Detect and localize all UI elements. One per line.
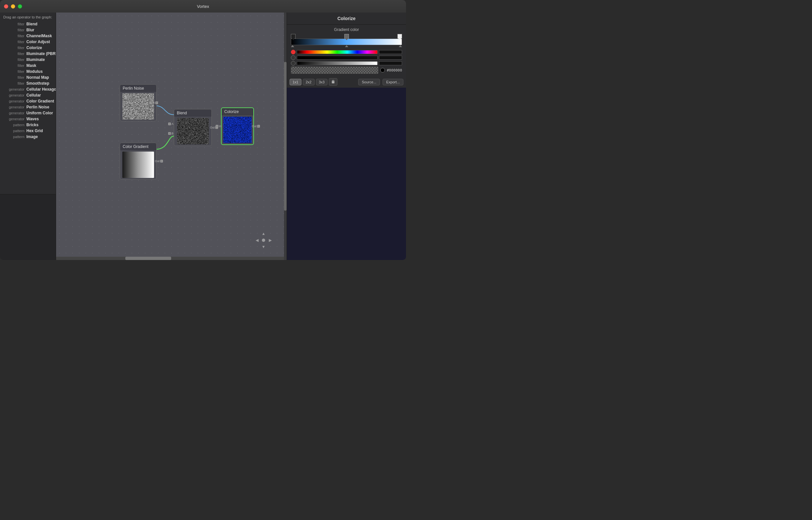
sidebar-item-coloradjust[interactable]: filter Color Adjust: [0, 39, 56, 45]
lock-button[interactable]: [329, 78, 337, 86]
hex-value[interactable]: #000000: [387, 68, 402, 73]
sidebar-category: filter: [5, 81, 24, 85]
svg-rect-0: [332, 81, 335, 83]
sidebar-label: Modulus: [26, 69, 43, 74]
sidebar-item-perlin-noise[interactable]: generator Perlin Noise: [0, 104, 56, 110]
sidebar-label: Cellular: [26, 93, 41, 98]
sidebar-hint: Drag an operator to the graph:: [0, 12, 56, 21]
sidebar-label: Normal Map: [26, 75, 49, 80]
export-button[interactable]: Export...: [383, 79, 403, 85]
checker-row: #000000: [291, 67, 402, 74]
sidebar-label: Illuminate: [26, 57, 45, 62]
sidebar-label: Smoothstep: [26, 81, 49, 86]
graph-area[interactable]: Perlin Noise Out Blend A: [56, 12, 287, 260]
node-colorize[interactable]: Colorize In Out: [221, 107, 254, 145]
sidebar-item-modulus[interactable]: filter Modulus: [0, 69, 56, 75]
sidebar-category: generator: [5, 111, 24, 115]
sidebar-category: generator: [5, 105, 24, 109]
port-a[interactable]: [168, 123, 171, 125]
source-button[interactable]: Source...: [358, 79, 380, 85]
sidebar-category: filter: [5, 34, 24, 38]
gradient-section: Gradient color: [287, 25, 406, 76]
nav-down-arrow[interactable]: ▼: [262, 244, 266, 249]
swatch-2[interactable]: [379, 61, 402, 65]
port-out[interactable]: [257, 125, 260, 128]
hue-circle[interactable]: [291, 50, 296, 54]
sidebar-item-hex-grid[interactable]: pattern Hex Grid: [0, 128, 56, 134]
node-perlin-noise[interactable]: Perlin Noise Out: [120, 84, 157, 121]
sidebar-category: pattern: [5, 123, 24, 127]
port-out[interactable]: [160, 160, 163, 162]
sidebar-item-uniform-color[interactable]: generator Uniform Color: [0, 110, 56, 116]
right-scrollbar-thumb[interactable]: [284, 62, 287, 211]
nav-up-arrow[interactable]: ▲: [262, 231, 266, 236]
port-b[interactable]: [168, 132, 171, 135]
sidebar-item-image[interactable]: pattern Image: [0, 134, 56, 140]
swatch-1[interactable]: [379, 56, 402, 60]
sidebar-list: filter Blend filter Blur filter ChannelM…: [0, 21, 56, 194]
btn-3x3[interactable]: 3x3: [316, 79, 328, 85]
sidebar-category: filter: [5, 40, 24, 44]
sidebar-item-channelmask[interactable]: filter ChannelMask: [0, 33, 56, 39]
nav-right-arrow[interactable]: ▶: [269, 238, 272, 242]
color-circle-2[interactable]: [291, 61, 296, 66]
btn-1x1[interactable]: 1x1: [290, 79, 301, 85]
sidebar-item-color-gradient[interactable]: generator Color Gradient: [0, 98, 56, 104]
sidebar-item-waves[interactable]: generator Waves: [0, 116, 56, 122]
sidebar-category: filter: [5, 58, 24, 61]
btn-2x2[interactable]: 2x2: [303, 79, 315, 85]
sidebar-label: Hex Grid: [26, 129, 43, 133]
minimize-button[interactable]: [11, 4, 15, 8]
sidebar-item-blend[interactable]: filter Blend: [0, 21, 56, 27]
color-row-2: [291, 61, 402, 66]
graph-scrollbar[interactable]: [56, 257, 287, 260]
port-in[interactable]: [216, 125, 218, 128]
sidebar-label: Blend: [26, 22, 37, 26]
sidebar-label: Bricks: [26, 123, 39, 127]
sidebar-item-normalmap[interactable]: filter Normal Map: [0, 75, 56, 80]
port-out[interactable]: [155, 102, 158, 104]
node-color-gradient[interactable]: Color Gradient Out: [120, 143, 157, 180]
color-row-hue: [291, 50, 402, 54]
sidebar-label: Blur: [26, 28, 34, 32]
sidebar-category: generator: [5, 117, 24, 121]
sidebar-item-mask[interactable]: filter Mask: [0, 62, 56, 69]
close-button[interactable]: [4, 4, 8, 8]
slider-1[interactable]: [297, 56, 378, 60]
nav-center[interactable]: [262, 239, 265, 242]
maximize-button[interactable]: [18, 4, 22, 8]
gradient-label: Gradient color: [290, 27, 403, 32]
node-gradient-header: Color Gradient: [120, 143, 156, 150]
hue-swatch[interactable]: [379, 50, 402, 54]
color-circle-1[interactable]: [291, 55, 296, 60]
panel-title: Colorize: [287, 12, 406, 25]
sidebar-item-bricks[interactable]: pattern Bricks: [0, 122, 56, 128]
slider-2[interactable]: [297, 61, 378, 65]
scrollbar-thumb[interactable]: [125, 257, 172, 260]
hue-slider[interactable]: [297, 50, 378, 54]
node-blend-header: Blend: [174, 109, 212, 116]
checker-box[interactable]: [291, 67, 378, 74]
sidebar-label: Color Gradient: [26, 99, 54, 103]
sidebar-item-cellular[interactable]: generator Cellular: [0, 92, 56, 98]
nav-left-arrow[interactable]: ◀: [255, 238, 259, 242]
sidebar-category: filter: [5, 46, 24, 50]
sidebar-category: filter: [5, 52, 24, 56]
sidebar-label: Illuminate (PBR): [26, 51, 56, 56]
color-circle-black[interactable]: [380, 68, 385, 73]
sidebar-item-illuminate-pbr[interactable]: filter Illuminate (PBR): [0, 51, 56, 57]
sidebar-label: Mask: [26, 63, 36, 68]
sidebar-item-blur[interactable]: filter Blur: [0, 27, 56, 33]
sidebar-item-cellular-hex[interactable]: generator Cellular Hexagons: [0, 86, 56, 92]
preview-canvas: [287, 88, 406, 260]
sidebar-label: ChannelMask: [26, 34, 52, 38]
app-title: Vortex: [197, 4, 209, 9]
sidebar-category: filter: [5, 70, 24, 74]
sidebar-item-illuminate[interactable]: filter Illuminate: [0, 57, 56, 62]
node-blend[interactable]: Blend A B Out: [174, 109, 212, 146]
sidebar-item-colorize[interactable]: filter Colorize: [0, 45, 56, 51]
navigation-arrows: ▲ ◀ ▶ ▼: [254, 230, 273, 250]
sidebar-item-smoothstep[interactable]: filter Smoothstep: [0, 80, 56, 86]
sidebar-label: Uniform Color: [26, 111, 53, 115]
graph-right-scrollbar[interactable]: [284, 12, 287, 260]
